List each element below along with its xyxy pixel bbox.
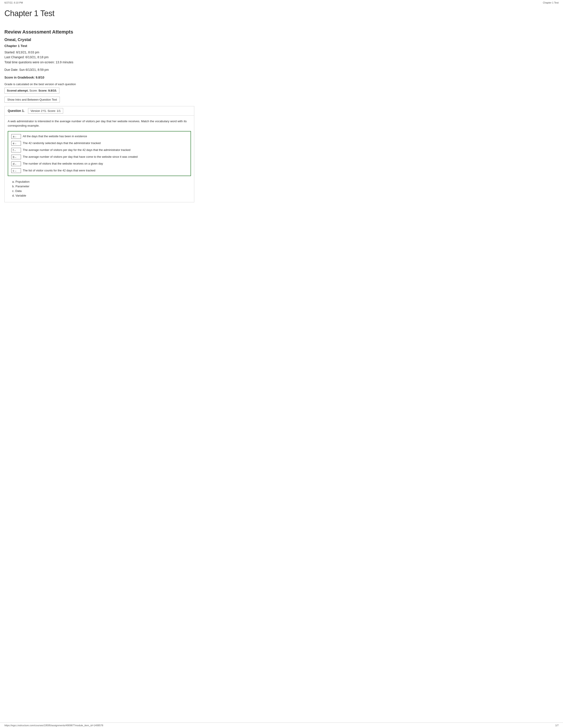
answer-d: Variable — [12, 194, 191, 197]
dropdown-value-2: e — [13, 142, 14, 145]
matching-row-4: b ⌄ The average number of visitors per d… — [11, 155, 187, 159]
due-date-block: Due Date: Sun 6/13/21, 8:59 pm — [4, 67, 194, 72]
dropdown-value-6: c — [13, 169, 14, 172]
browser-timestamp: 6/27/22, 6:10 PM — [4, 1, 23, 4]
page-heading: Chapter 1 Test — [0, 5, 563, 20]
answer-list: Population Parameter Data Variable — [8, 180, 191, 197]
matching-row-3: f ⌄ The average number of visitors per d… — [11, 148, 187, 152]
answer-b: Parameter — [12, 185, 191, 188]
started-text: Started: 6/13/21, 8:03 pm — [4, 50, 194, 55]
question-1-label: Question 1. — [8, 109, 24, 113]
show-intro-button[interactable]: Show Intro and Between-Question Text — [4, 97, 60, 103]
last-changed-text: Last Changed: 6/13/21, 8:18 pm — [4, 55, 194, 60]
matching-dropdown-4[interactable]: b ⌄ — [11, 155, 21, 159]
browser-tab-title: Chapter 1 Test — [543, 1, 559, 4]
matching-text-1: All the days that the website has been i… — [23, 134, 187, 139]
section-heading: Review Assessment Attempts — [4, 29, 194, 35]
matching-dropdown-1[interactable]: a ⌄ — [11, 134, 21, 139]
student-name: Oneal, Crystal — [4, 38, 194, 42]
question-1-block: Question 1. Version 1*/1. Score: 1/1 A w… — [4, 106, 194, 203]
question-1-header: Question 1. Version 1*/1. Score: 1/1 — [5, 106, 194, 116]
answer-a: Population — [12, 180, 191, 183]
matching-text-4: The average number of visitors per day t… — [23, 155, 187, 159]
question-1-version: Version 1*/1. Score: 1/1 — [28, 108, 63, 114]
dropdown-value-1: a — [13, 135, 14, 138]
matching-row-1: a ⌄ All the days that the website has be… — [11, 134, 187, 139]
dropdown-value-3: f — [13, 148, 14, 152]
scored-attempt-box: Scored attempt. Score: Score: 9.8/10. — [4, 88, 59, 94]
scored-attempt-score: Score: Score: 9.8/10. — [29, 89, 57, 92]
matching-dropdown-5[interactable]: d ⌄ — [11, 161, 21, 166]
due-date-text: Due Date: Sun 6/13/21, 8:59 pm — [4, 67, 194, 72]
matching-text-5: The number of visitors that the website … — [23, 161, 187, 166]
score-block: Score in Gradebook: 9.8/10 — [4, 75, 194, 80]
matching-text-3: The average number of visitors per day f… — [23, 148, 187, 152]
dropdown-arrow-3: ⌄ — [14, 149, 16, 151]
time-on-screen-text: Total time questions were on-screen: 13.… — [4, 60, 194, 65]
matching-text-6: The list of visitor counts for the 42 da… — [23, 168, 187, 173]
matching-row-6: c ⌄ The list of visitor counts for the 4… — [11, 168, 187, 173]
dropdown-arrow-5: ⌄ — [15, 163, 17, 165]
dropdown-arrow-1: ⌄ — [15, 135, 17, 138]
matching-table: a ⌄ All the days that the website has be… — [8, 131, 191, 176]
matching-text-2: The 42 randomly selected days that the a… — [23, 141, 187, 145]
main-content: Review Assessment Attempts Oneal, Crysta… — [0, 20, 199, 216]
dropdown-value-5: d — [13, 162, 14, 165]
test-name: Chapter 1 Test — [4, 44, 194, 48]
attempt-info: Started: 6/13/21, 8:03 pm Last Changed: … — [4, 50, 194, 65]
dropdown-arrow-4: ⌄ — [15, 156, 17, 158]
score-label: Score in Gradebook: 9.8/10 — [4, 75, 194, 80]
matching-row-2: e ⌄ The 42 randomly selected days that t… — [11, 141, 187, 146]
dropdown-arrow-2: ⌄ — [15, 142, 17, 144]
question-1-body: A web administrator is interested in the… — [5, 116, 194, 202]
scored-attempt-label: Scored attempt. — [7, 89, 28, 92]
grade-note: Grade is calculated on the best version … — [4, 83, 194, 86]
question-1-text: A web administrator is interested in the… — [8, 119, 191, 128]
matching-row-5: d ⌄ The number of visitors that the webs… — [11, 161, 187, 166]
browser-bar: 6/27/22, 6:10 PM Chapter 1 Test — [0, 0, 563, 5]
matching-dropdown-3[interactable]: f ⌄ — [11, 148, 21, 152]
matching-dropdown-6[interactable]: c ⌄ — [11, 168, 21, 173]
dropdown-arrow-6: ⌄ — [15, 169, 17, 172]
matching-dropdown-2[interactable]: e ⌄ — [11, 141, 21, 146]
answer-c: Data — [12, 189, 191, 193]
dropdown-value-4: b — [13, 155, 14, 159]
